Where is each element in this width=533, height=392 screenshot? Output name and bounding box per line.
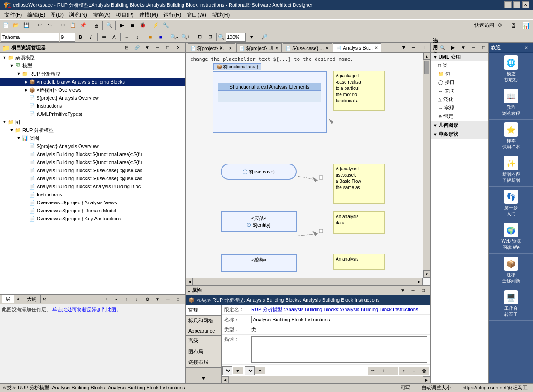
- tab-project-ui[interactable]: 📄 ${project} UI ✕: [236, 43, 282, 52]
- props-textarea-desc[interactable]: [251, 336, 427, 363]
- diagram-hscroll[interactable]: ◀ ▶: [186, 278, 423, 285]
- menu-run[interactable]: 运行(R): [161, 10, 184, 20]
- palette-item-class[interactable]: □ 类: [431, 61, 488, 70]
- menu-search[interactable]: 搜索(A): [90, 10, 113, 20]
- welcome-new[interactable]: ✨ 新增内容了解新增: [489, 153, 533, 187]
- tb-new[interactable]: 📄: [1, 21, 11, 30]
- pe-collapse-all[interactable]: ⊟: [122, 44, 132, 51]
- tb-btn2[interactable]: ⏹: [128, 21, 137, 30]
- tb-open[interactable]: 📂: [11, 21, 21, 30]
- font-color[interactable]: A: [109, 32, 119, 42]
- tb-btn3[interactable]: 🐞: [138, 21, 148, 30]
- welcome-workbench[interactable]: 🖥️ 工作台转至工: [489, 287, 533, 321]
- props-edit-4[interactable]: ↑: [399, 367, 409, 375]
- props-select-1[interactable]: [222, 366, 232, 375]
- palette-section-uml-header[interactable]: ▼ UML 公用: [431, 53, 488, 61]
- palette-item-package[interactable]: 📁 包: [431, 70, 488, 78]
- tree-item-r16[interactable]: 📄 Analysis Building Blocks::Analysis Bui…: [0, 182, 185, 190]
- tab-layers[interactable]: 层: [2, 295, 14, 303]
- tb-color-fill[interactable]: ■: [145, 32, 155, 42]
- tree-item-r17[interactable]: 📄 Instructions: [0, 190, 185, 198]
- tb-save[interactable]: 💾: [21, 21, 31, 30]
- perspectives-2[interactable]: 📊: [520, 21, 532, 30]
- welcome-overview[interactable]: 🌐 模述获取功: [489, 53, 533, 86]
- diagram-vscroll[interactable]: ▲ ▼: [423, 53, 430, 278]
- tree-item-misc[interactable]: ▼ 📁 杂项模型: [0, 54, 185, 62]
- tb-search[interactable]: 🔍: [104, 21, 114, 30]
- props-tab-scroll[interactable]: ▼: [186, 373, 221, 383]
- tab-close-1[interactable]: ✕: [275, 46, 279, 51]
- pe-maximize[interactable]: □: [163, 44, 173, 51]
- font-size-input[interactable]: [60, 33, 75, 42]
- welcome-firststep[interactable]: 👣 第一步入门: [489, 187, 533, 220]
- tab-close-3[interactable]: ✕: [375, 46, 378, 50]
- tab-close-2[interactable]: ✕: [325, 46, 329, 51]
- zoom-dropdown[interactable]: ▼: [247, 32, 256, 42]
- pe-close[interactable]: ✕: [173, 44, 183, 51]
- welcome-web[interactable]: 🌍 Web 资源阅读 We: [489, 220, 533, 254]
- tb-btn1[interactable]: ▶: [117, 21, 127, 30]
- tree-item-r13[interactable]: 📄 Analysis Building Blocks::${functional…: [0, 158, 185, 166]
- palette-min[interactable]: ─: [469, 44, 478, 51]
- palette-section-sketch-header[interactable]: ▼ 草图形状: [431, 130, 488, 139]
- minimize-button[interactable]: ─: [504, 1, 512, 8]
- menu-model[interactable]: 建模(M): [136, 10, 161, 20]
- props-hscroll[interactable]: ◀ ▶: [222, 376, 430, 383]
- tb-settings[interactable]: ⚙: [495, 21, 505, 30]
- layers-del[interactable]: -: [111, 296, 121, 303]
- props-select-2[interactable]: [245, 366, 255, 375]
- props-min[interactable]: ─: [408, 287, 418, 294]
- zoom-input[interactable]: [226, 33, 246, 42]
- props-edit-5[interactable]: ↓: [409, 367, 419, 375]
- palette-max[interactable]: □: [479, 44, 489, 51]
- welcome-migrate[interactable]: 📦 迁移迁移到新: [489, 254, 533, 287]
- tab-close-0[interactable]: ✕: [229, 46, 232, 51]
- props-tab-general[interactable]: 常规: [186, 305, 221, 316]
- tb-paste[interactable]: 📌: [78, 21, 88, 30]
- props-max[interactable]: □: [418, 287, 428, 294]
- maximize-button[interactable]: □: [513, 1, 520, 8]
- props-input-name[interactable]: [251, 316, 427, 323]
- tab-analysis-bu[interactable]: 📄 Analysis Bu... ✕: [333, 43, 381, 52]
- pe-minimize[interactable]: ─: [153, 44, 162, 51]
- tab-menu[interactable]: ▼: [399, 43, 409, 52]
- props-edit-3[interactable]: -: [388, 367, 398, 375]
- palette-item-realize[interactable]: → 实现: [431, 104, 488, 112]
- palette-section-geometry-header[interactable]: ▼ 几何图形: [431, 121, 488, 130]
- align-left[interactable]: ⬅: [99, 32, 109, 42]
- props-tab-appearance[interactable]: Appearance: [186, 326, 221, 336]
- tb-fit[interactable]: ⊡: [195, 32, 205, 42]
- tree-item-overviews[interactable]: ▶ 📦 «透视图» Overviews: [0, 86, 185, 94]
- tree-item-instructions[interactable]: 📄 Instructions: [0, 102, 185, 110]
- tree-item-r20[interactable]: 📄 Overviews::${project} Key Abstractions: [0, 215, 185, 223]
- palette-item-assoc[interactable]: ↔ 关联: [431, 87, 488, 95]
- tree-item-diagrams[interactable]: ▼ 📁 图: [0, 118, 185, 126]
- props-value-qualname[interactable]: RUP 分析模型::Analysis Building Blocks::Anal…: [251, 306, 418, 313]
- tb-btn4[interactable]: ⚡: [151, 21, 161, 30]
- palette-search[interactable]: 🔍: [438, 44, 448, 51]
- layers-add[interactable]: +: [101, 296, 111, 303]
- tb-copy[interactable]: 📋: [68, 21, 78, 30]
- props-edit-6[interactable]: 🗑: [419, 367, 429, 375]
- editor-min[interactable]: ─: [409, 43, 418, 52]
- tb-cut[interactable]: ✂: [58, 21, 68, 30]
- menu-file[interactable]: 文件(F): [2, 10, 25, 20]
- font-name-input[interactable]: [1, 33, 59, 42]
- uml-entity-shape[interactable]: «实体» ⊙ ${entity}: [221, 211, 297, 232]
- welcome-tutorial[interactable]: 📖 教程浏览教程: [489, 86, 533, 120]
- tree-item-modellib[interactable]: ▶ 📦 «modelLibrary» Analysis Building Blo…: [0, 78, 185, 86]
- tb-zoom-out[interactable]: 🔍-: [169, 32, 179, 42]
- menu-browse[interactable]: 浏览(N): [66, 10, 90, 20]
- tb-print[interactable]: 🖨: [91, 21, 101, 30]
- uml-package-functional[interactable]: 📦 ${functional.area} ${functional.area} …: [213, 71, 327, 133]
- layers-props[interactable]: ⚙: [142, 296, 152, 303]
- uml-control-shape[interactable]: «控制»: [221, 254, 297, 272]
- layers-max[interactable]: □: [173, 296, 183, 303]
- diagram-area[interactable]: change the placeholder text ${...} to th…: [186, 53, 430, 285]
- menu-diagram[interactable]: 图(D): [48, 10, 66, 20]
- props-tab-connector[interactable]: 链接布局: [186, 357, 221, 368]
- tree-item-r18[interactable]: 📄 Overviews::${project} Analysis Views: [0, 198, 185, 207]
- palette-menu[interactable]: ▼: [458, 44, 468, 51]
- palette-item-interface[interactable]: ◯ 接口: [431, 78, 488, 87]
- tb-arrange[interactable]: ⊞: [205, 32, 215, 42]
